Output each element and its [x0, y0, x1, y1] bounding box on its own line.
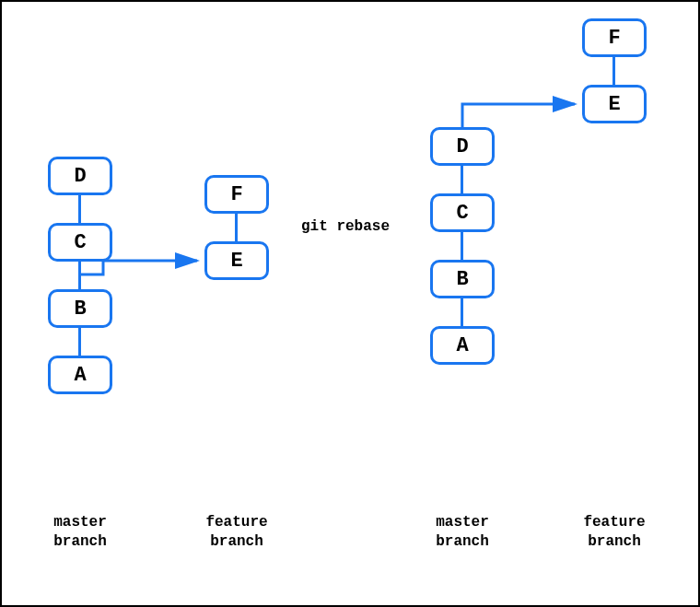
label-line2: branch — [53, 533, 107, 550]
master-branch-label-left: master branch — [34, 513, 126, 552]
commit-c-right: C — [430, 193, 495, 232]
connector — [235, 214, 238, 241]
commit-label: F — [230, 183, 242, 206]
branch-arrow-left — [80, 261, 197, 274]
label-line1: master — [436, 514, 489, 531]
commit-f-left: F — [204, 175, 269, 214]
commit-d-left: D — [48, 157, 112, 195]
label-line2: branch — [210, 533, 263, 550]
label-line1: feature — [583, 514, 645, 531]
commit-label: C — [456, 202, 468, 225]
connector — [461, 232, 463, 260]
feature-branch-label-left: feature branch — [191, 513, 283, 552]
commit-label: D — [74, 165, 86, 188]
master-branch-label-right: master branch — [416, 513, 508, 552]
label-line1: master — [53, 514, 107, 531]
connector — [78, 328, 81, 356]
commit-label: E — [608, 93, 620, 116]
commit-b-left: B — [48, 289, 112, 328]
diagram-canvas: D C B A F E D C B A F E git rebase maste… — [0, 0, 700, 607]
commit-label: D — [456, 135, 468, 158]
commit-a-right: A — [430, 326, 495, 365]
feature-branch-label-right: feature branch — [568, 513, 660, 552]
label-line2: branch — [588, 533, 641, 550]
commit-a-left: A — [48, 356, 112, 394]
branch-arrow-right — [462, 104, 575, 127]
label-line1: feature — [205, 514, 267, 531]
commit-label: A — [456, 334, 468, 357]
commit-e-left: E — [204, 241, 269, 280]
connector — [78, 195, 81, 223]
commit-f-right: F — [582, 18, 647, 57]
connector — [461, 298, 463, 326]
connector — [78, 262, 81, 289]
commit-d-right: D — [430, 127, 495, 166]
connector — [612, 57, 615, 85]
commit-label: F — [608, 27, 620, 50]
commit-c-left: C — [48, 223, 112, 262]
label-line2: branch — [436, 533, 489, 550]
commit-label: B — [456, 268, 468, 291]
commit-label: B — [74, 298, 86, 321]
commit-label: E — [230, 250, 242, 273]
commit-label: A — [74, 364, 86, 387]
commit-b-right: B — [430, 260, 495, 298]
connector — [461, 166, 463, 193]
commit-e-right: E — [582, 85, 647, 123]
rebase-label: git rebase — [301, 218, 390, 235]
commit-label: C — [74, 231, 86, 254]
